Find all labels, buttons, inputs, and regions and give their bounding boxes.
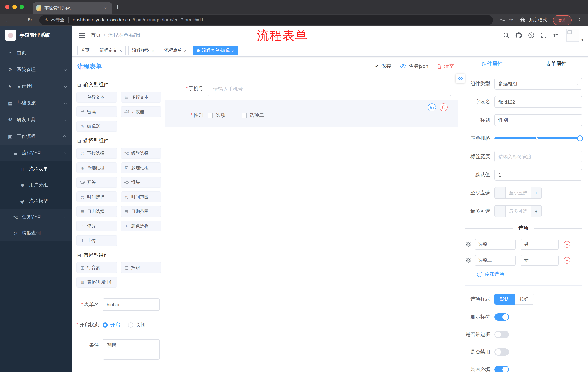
help-icon[interactable] bbox=[528, 32, 534, 39]
forward-icon[interactable]: → bbox=[15, 17, 22, 23]
phone-input[interactable] bbox=[208, 82, 451, 96]
tag-width-input[interactable] bbox=[494, 151, 582, 162]
sidebar-item-task-mgmt[interactable]: ⌥ 任务管理 bbox=[0, 209, 72, 225]
option-name-input[interactable] bbox=[475, 239, 515, 250]
status-off-radio[interactable]: 关闭 bbox=[128, 322, 146, 328]
option-value-input[interactable] bbox=[521, 255, 558, 266]
chip-multi-text[interactable]: ▤多行文本 bbox=[121, 92, 161, 103]
chip-date[interactable]: ▦日期选择 bbox=[76, 206, 117, 217]
bookmark-star-icon[interactable]: ☆ bbox=[508, 17, 514, 23]
chip-button[interactable]: ▢按钮 bbox=[121, 262, 161, 273]
slider-handle[interactable] bbox=[577, 135, 583, 141]
chip-counter[interactable]: 123计数器 bbox=[121, 106, 161, 117]
chip-checkbox-group[interactable]: ☑多选框组 bbox=[121, 162, 161, 173]
chip-single-text[interactable]: ▭单行文本 bbox=[76, 92, 117, 103]
show-label-toggle[interactable] bbox=[494, 313, 509, 321]
close-icon[interactable]: × bbox=[119, 48, 122, 53]
sidebar-item-process-mgmt[interactable]: ≣ 流程管理 bbox=[0, 145, 72, 161]
fullscreen-icon[interactable] bbox=[540, 32, 547, 39]
clear-button[interactable]: 清空 bbox=[437, 63, 454, 70]
chip-row-container[interactable]: ◫行容器 bbox=[76, 262, 117, 273]
sidebar-item-workflow[interactable]: ▣ 工作流程 bbox=[0, 128, 72, 145]
field-name-input[interactable] bbox=[494, 96, 582, 108]
title-input[interactable] bbox=[494, 114, 582, 126]
font-size-icon[interactable]: TT bbox=[553, 32, 558, 38]
style-button-button[interactable]: 按钮 bbox=[514, 294, 534, 305]
window-minimize-button[interactable] bbox=[12, 5, 17, 9]
breadcrumb-home[interactable]: 首页 bbox=[91, 32, 101, 39]
avatar-caret-icon[interactable]: ▾ bbox=[581, 38, 583, 42]
chip-editor[interactable]: ✎编辑器 bbox=[76, 121, 117, 132]
sidebar-item-payment[interactable]: ¥ 支付管理 bbox=[0, 78, 72, 95]
chip-radio-group[interactable]: ◉单选框组 bbox=[76, 162, 117, 173]
component-type-select[interactable]: 多选框组 bbox=[494, 78, 582, 90]
decrease-button[interactable]: − bbox=[495, 206, 506, 217]
option-value-input[interactable] bbox=[521, 239, 558, 250]
chip-date-range[interactable]: ▦日期范围 bbox=[121, 206, 161, 217]
url-box[interactable]: ⚠ 不安全 dashboard.yudao.iocoder.cn/bpm/man… bbox=[39, 15, 493, 25]
view-json-button[interactable]: 查看json bbox=[400, 63, 428, 70]
chip-password[interactable]: 密码 bbox=[76, 106, 117, 117]
tag-process-model[interactable]: 流程模型 × bbox=[128, 46, 158, 55]
form-remark-textarea[interactable]: 嘿嘿 bbox=[103, 339, 160, 360]
grid-slider[interactable] bbox=[494, 132, 582, 144]
disabled-toggle[interactable] bbox=[494, 348, 509, 356]
chip-slider[interactable]: 滑块 bbox=[121, 177, 161, 188]
sidebar-item-devtools[interactable]: ⚒ 研发工具 bbox=[0, 111, 72, 128]
delete-component-button[interactable] bbox=[440, 103, 448, 111]
tag-process-definition[interactable]: 流程定义 × bbox=[96, 46, 126, 55]
sidebar-item-user-group[interactable]: ☻ 用户分组 bbox=[0, 177, 72, 193]
avatar[interactable] bbox=[566, 29, 579, 42]
chip-color[interactable]: ◐颜色选择 bbox=[121, 221, 161, 232]
sidebar-item-process-form[interactable]: ▯ 流程表单 bbox=[0, 161, 72, 177]
style-default-button[interactable]: 默认 bbox=[494, 294, 514, 305]
chip-table[interactable]: ▦表格[开发中] bbox=[76, 277, 117, 287]
browser-tab[interactable]: 芋道管理系统 × bbox=[33, 2, 112, 14]
link-icon[interactable] bbox=[456, 74, 465, 83]
tab-form-props[interactable]: 表单属性 bbox=[524, 57, 588, 71]
gender-option2-checkbox[interactable]: 选项二 bbox=[242, 112, 264, 119]
sidebar-item-leave-query[interactable]: ☺ 请假查询 bbox=[0, 225, 72, 241]
option-name-input[interactable] bbox=[475, 255, 515, 266]
close-icon[interactable]: × bbox=[184, 48, 187, 53]
status-on-radio[interactable]: 开启 bbox=[103, 322, 120, 328]
chip-cascader[interactable]: ⌥级联选择 bbox=[121, 148, 161, 159]
close-icon[interactable]: × bbox=[152, 48, 154, 53]
save-button[interactable]: ✓ 保存 bbox=[375, 63, 391, 70]
remove-option-icon[interactable]: − bbox=[564, 241, 570, 247]
chip-switch[interactable]: 开关 bbox=[76, 177, 117, 188]
increase-button[interactable]: + bbox=[531, 187, 541, 198]
sidebar-item-process-model[interactable]: ▶ 流程模型 bbox=[0, 193, 72, 209]
search-icon[interactable] bbox=[503, 32, 509, 39]
window-zoom-button[interactable] bbox=[20, 5, 24, 9]
update-button[interactable]: 更新 bbox=[553, 15, 572, 25]
chip-upload[interactable]: ↥上传 bbox=[76, 235, 117, 246]
gender-option1-checkbox[interactable]: 选项一 bbox=[208, 112, 231, 119]
hamburger-icon[interactable] bbox=[79, 33, 85, 38]
remove-option-icon[interactable]: − bbox=[564, 257, 570, 264]
sidebar-item-home[interactable]: ◔ 首页 bbox=[0, 44, 72, 61]
window-close-button[interactable] bbox=[5, 5, 10, 9]
tab-close-icon[interactable]: × bbox=[103, 5, 108, 11]
min-select-value[interactable]: 至少应选 bbox=[506, 187, 531, 198]
browser-menu-icon[interactable]: ⋮ bbox=[575, 17, 584, 23]
chip-time[interactable]: ◷时间选择 bbox=[76, 191, 117, 202]
default-value-input[interactable] bbox=[494, 169, 582, 181]
increase-button[interactable]: + bbox=[531, 206, 541, 217]
password-key-icon[interactable] bbox=[499, 17, 505, 23]
field-phone[interactable]: *手机号 bbox=[165, 82, 460, 96]
sidebar-item-infra[interactable]: ▤ 基础设施 bbox=[0, 95, 72, 111]
copy-component-button[interactable] bbox=[428, 103, 436, 111]
border-toggle[interactable] bbox=[494, 331, 509, 338]
chip-select[interactable]: ◎下拉选择 bbox=[76, 148, 117, 159]
required-toggle[interactable] bbox=[494, 366, 509, 372]
drag-handle-icon[interactable] bbox=[465, 257, 471, 263]
tag-process-form-edit[interactable]: 流程表单-编辑 × bbox=[193, 46, 238, 55]
max-select-value[interactable]: 最多可选 bbox=[506, 206, 531, 217]
drag-handle-icon[interactable] bbox=[465, 241, 471, 247]
form-name-input[interactable] bbox=[103, 298, 160, 311]
tag-home[interactable]: 首页 bbox=[77, 46, 93, 55]
field-gender-selected[interactable]: *性别 选项一 选项二 bbox=[165, 100, 458, 128]
chip-rate[interactable]: ☆评分 bbox=[76, 221, 117, 232]
tag-process-form[interactable]: 流程表单 × bbox=[161, 46, 190, 55]
